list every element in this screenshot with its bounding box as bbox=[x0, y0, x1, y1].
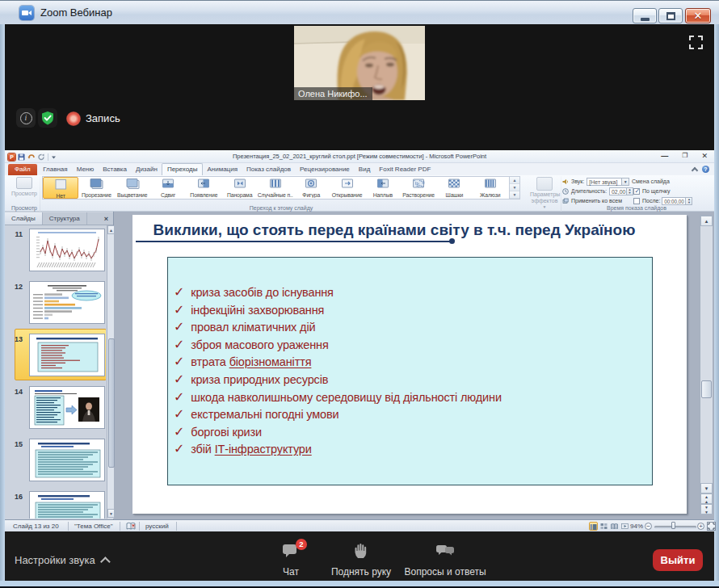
transition-group-label: Переход к этому слайду bbox=[42, 205, 520, 211]
toolbar-qa-button[interactable]: Вопросы и ответы bbox=[397, 543, 494, 578]
ppt-minimize-button[interactable]: — bbox=[661, 152, 668, 160]
duration-input[interactable]: 02,00 bbox=[609, 187, 627, 195]
slide-bullet-list: ✓криза засобів до існування✓інфекційні з… bbox=[174, 284, 502, 459]
gallery-scroll-up-icon[interactable]: ▲ bbox=[510, 177, 519, 184]
ribbon-tab-9[interactable]: Вид bbox=[354, 164, 374, 175]
bullet-text: втрата біорізноманіття bbox=[191, 355, 311, 368]
minimize-button[interactable] bbox=[633, 8, 657, 23]
transition-cut[interactable]: Прорезание bbox=[78, 177, 114, 199]
advance-on-click-row[interactable]: По щелчку bbox=[633, 187, 670, 195]
scroll-thumb[interactable] bbox=[701, 380, 712, 398]
transition-shape[interactable]: Фигура bbox=[293, 177, 329, 199]
window-border-bottom bbox=[0, 581, 719, 586]
panel-tab-outline[interactable]: Структура bbox=[43, 212, 87, 225]
fit-to-window-button[interactable] bbox=[707, 522, 716, 531]
slide-thumbnail-14[interactable] bbox=[29, 386, 105, 429]
slide-thumbnail-15[interactable] bbox=[29, 439, 105, 481]
transition-wipe-icon bbox=[186, 178, 221, 191]
transition-label: Появление bbox=[186, 192, 221, 198]
window-titlebar: Zoom Вебинар ✕ bbox=[0, 0, 719, 24]
scroll-down-icon[interactable]: ▼ bbox=[700, 483, 713, 494]
qat-dropdown-icon[interactable] bbox=[51, 153, 57, 161]
zoom-out-button[interactable]: − bbox=[645, 523, 652, 530]
quick-access-toolbar: P bbox=[8, 152, 57, 162]
zoom-slider-knob[interactable] bbox=[671, 522, 675, 529]
duration-spinner[interactable]: ▲▼ bbox=[627, 187, 633, 195]
toolbar-raised-button[interactable]: Поднять руку bbox=[313, 543, 410, 578]
slides-panel-tabs: СлайдыСтруктура× bbox=[5, 212, 113, 225]
save-icon[interactable] bbox=[18, 153, 25, 161]
gallery-expand-icon[interactable]: ▼ bbox=[510, 191, 519, 199]
next-slide-button[interactable]: ▼▼ bbox=[700, 504, 713, 514]
reading-view-button[interactable] bbox=[610, 522, 619, 531]
thumbnail-number: 12 bbox=[11, 283, 23, 291]
sound-dropdown-icon[interactable]: ▼ bbox=[622, 178, 629, 186]
slide-thumbnail-12[interactable] bbox=[29, 281, 105, 324]
zoom-app-icon bbox=[19, 6, 34, 20]
ribbon-tab-2[interactable]: Меню bbox=[72, 164, 99, 175]
transition-blinds[interactable]: Жалюзи bbox=[473, 177, 508, 199]
ribbon-tab-3[interactable]: Вставка bbox=[99, 164, 132, 175]
chevron-up-icon bbox=[100, 556, 111, 567]
fullscreen-icon[interactable] bbox=[689, 36, 703, 49]
transition-cover[interactable]: Наплыв bbox=[365, 177, 401, 199]
transition-random[interactable]: Случайные п... bbox=[258, 177, 293, 199]
gallery-scroll-down-icon[interactable]: ▼ bbox=[510, 184, 519, 191]
previous-slide-button[interactable]: ▲▲ bbox=[700, 494, 713, 504]
ribbon-tab-1[interactable]: Главная bbox=[39, 164, 72, 175]
leave-button[interactable]: Выйти bbox=[653, 549, 703, 571]
ribbon-tab-10[interactable]: Foxit Reader PDF bbox=[375, 164, 435, 175]
transition-label: Открывание bbox=[329, 192, 364, 198]
undo-icon[interactable] bbox=[27, 153, 36, 161]
check-bullet-icon: ✓ bbox=[174, 441, 184, 456]
ribbon-tab-7[interactable]: Показ слайдов bbox=[242, 164, 295, 175]
transition-reveal[interactable]: Открывание bbox=[329, 177, 364, 199]
zoom-in-button[interactable]: + bbox=[697, 523, 704, 530]
transition-gallery: НетПрорезаниеВыцветаниеСдвигПоявлениеПан… bbox=[42, 176, 520, 200]
slide-sorter-button[interactable] bbox=[599, 522, 608, 531]
close-button[interactable]: ✕ bbox=[685, 8, 711, 23]
sound-select[interactable]: [Нет звука] bbox=[587, 178, 622, 186]
ribbon-tab-file[interactable]: Файл bbox=[8, 164, 37, 175]
slides-panel: СлайдыСтруктура× 1112 1314 1516 ▲ ▼ bbox=[5, 212, 114, 519]
transition-checker[interactable]: Шашки bbox=[436, 177, 472, 199]
transition-push[interactable]: Сдвиг bbox=[150, 177, 186, 199]
spellcheck-icon[interactable] bbox=[126, 522, 136, 531]
meeting-info-button[interactable]: i bbox=[16, 108, 36, 128]
preview-button[interactable]: Просмотр bbox=[11, 177, 37, 196]
slides-panel-scrollbar[interactable]: ▲ ▼ bbox=[107, 225, 114, 519]
ppt-close-button[interactable]: ✕ bbox=[701, 152, 708, 160]
slide-thumbnail-16[interactable] bbox=[29, 491, 105, 519]
panel-scroll-up-icon[interactable]: ▲ bbox=[107, 225, 115, 234]
transition-dissolve[interactable]: Растворение bbox=[401, 177, 436, 199]
panel-scroll-down-icon[interactable]: ▼ bbox=[107, 509, 115, 518]
slide-thumbnail-13[interactable] bbox=[29, 334, 105, 376]
transition-fade[interactable]: Выцветание bbox=[115, 177, 150, 199]
slideshow-button[interactable] bbox=[620, 522, 629, 531]
transition-split[interactable]: Панорама bbox=[221, 177, 257, 199]
bullet-text: інфекційні захворювання bbox=[191, 304, 324, 317]
scroll-up-icon[interactable]: ▲ bbox=[700, 216, 713, 226]
security-button[interactable] bbox=[38, 108, 57, 128]
panel-scroll-thumb[interactable] bbox=[108, 338, 115, 468]
transition-none[interactable]: Нет bbox=[43, 177, 78, 199]
audio-settings-button[interactable]: Настройки звука bbox=[15, 554, 111, 566]
ribbon-tab-4[interactable]: Дизайн bbox=[131, 164, 162, 175]
on-click-checkbox[interactable] bbox=[633, 188, 640, 195]
slide-scrollbar[interactable]: ▲ ▼ ▲▲ ▼▼ bbox=[700, 215, 713, 514]
redo-icon[interactable] bbox=[38, 153, 45, 161]
normal-view-button[interactable] bbox=[589, 522, 598, 531]
ribbon-tab-8[interactable]: Рецензирование bbox=[296, 164, 355, 175]
participant-video[interactable]: Олена Никифо... bbox=[294, 26, 425, 100]
ppt-restore-button[interactable]: ❐ bbox=[682, 152, 687, 160]
transition-wipe[interactable]: Появление bbox=[186, 177, 221, 199]
zoom-slider-track[interactable] bbox=[654, 526, 696, 528]
transition-label: Шашки bbox=[436, 192, 472, 198]
ribbon-tab-5[interactable]: Переходы bbox=[162, 163, 203, 175]
ribbon-tab-6[interactable]: Анимация bbox=[203, 164, 242, 175]
slide-thumbnail-11[interactable] bbox=[29, 229, 105, 271]
panel-close-icon[interactable]: × bbox=[99, 212, 113, 225]
shield-icon bbox=[38, 108, 57, 128]
maximize-button[interactable] bbox=[658, 8, 683, 23]
panel-tab-slides[interactable]: Слайды bbox=[5, 212, 43, 225]
